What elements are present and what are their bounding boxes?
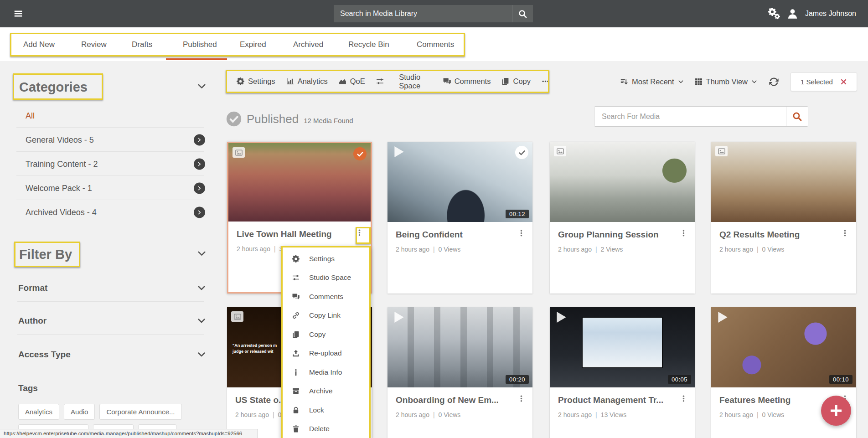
- media-meta: 2 hours ago0 Views: [396, 411, 524, 418]
- media-meta: 2 hours ago2 Views: [558, 246, 687, 253]
- menu-item-copy[interactable]: Copy: [283, 325, 369, 344]
- menu-item-archive[interactable]: Archive: [283, 382, 369, 401]
- tab-comments[interactable]: Comments: [417, 33, 454, 57]
- card-context-menu: Settings Studio Space Comments Copy Link…: [281, 246, 371, 438]
- menu-item-copy-link[interactable]: Copy Link: [283, 306, 369, 325]
- category-expand-icon[interactable]: [194, 134, 205, 145]
- sort-dropdown[interactable]: Most Recent: [620, 77, 684, 86]
- category-general-videos[interactable]: General Videos - 5: [0, 128, 210, 152]
- filter-author[interactable]: Author: [0, 307, 210, 335]
- grid-view-icon: [695, 78, 703, 86]
- categories-title: Categories: [19, 80, 88, 95]
- media-card[interactable]: 00:05 Product Management Tr... 2 hours a…: [550, 307, 695, 438]
- selected-check-icon[interactable]: [353, 147, 367, 160]
- menu-item-lock[interactable]: Lock: [283, 401, 369, 420]
- filter-format[interactable]: Format: [0, 274, 210, 302]
- category-archived-videos[interactable]: Archived Videos - 4: [0, 200, 210, 224]
- thumbnail[interactable]: 00:05: [550, 307, 695, 387]
- thumbnail[interactable]: [228, 143, 371, 222]
- menu-item-re-upload[interactable]: Re-upload: [283, 344, 369, 363]
- tab-review[interactable]: Review: [81, 33, 107, 57]
- link-icon: [292, 312, 300, 319]
- media-title: Being Confident: [396, 230, 513, 240]
- trash-icon: [292, 425, 300, 433]
- media-meta: 2 hours ago0 Views: [719, 246, 848, 253]
- annotation-box-tabs: [10, 33, 465, 57]
- media-title: Features Meeting: [719, 395, 837, 405]
- right-tools: Most Recent Thumb View 1 Selected: [620, 71, 857, 93]
- refresh-icon[interactable]: [768, 76, 780, 88]
- thumbnail[interactable]: [550, 142, 695, 222]
- tab-add-new[interactable]: Add New: [23, 33, 55, 57]
- kebab-menu-icon[interactable]: [354, 227, 365, 240]
- thumbnail[interactable]: [711, 142, 856, 222]
- studio-space-action[interactable]: Studio Space: [376, 73, 432, 90]
- media-title: Product Management Tr...: [558, 395, 676, 405]
- analytics-action[interactable]: Analytics: [286, 77, 328, 86]
- top-bar: James Johnson: [0, 0, 868, 27]
- more-actions-icon[interactable]: [542, 77, 549, 85]
- categories-collapse-icon[interactable]: [197, 82, 207, 93]
- category-expand-icon[interactable]: [194, 206, 205, 218]
- thumbnail[interactable]: 00:10: [711, 307, 856, 387]
- tab-expired[interactable]: Expired: [240, 33, 266, 57]
- filter-collapse-icon[interactable]: [197, 249, 207, 260]
- tag-chip[interactable]: Corporate Announce...: [99, 404, 181, 420]
- archive-icon: [292, 387, 300, 395]
- tab-recycle-bin[interactable]: Recycle Bin: [348, 33, 389, 57]
- media-search-input[interactable]: [594, 107, 786, 126]
- kebab-menu-icon[interactable]: [839, 227, 851, 240]
- global-search-button[interactable]: [512, 5, 533, 22]
- plus-icon: [829, 404, 843, 417]
- category-expand-icon[interactable]: [194, 158, 205, 170]
- qoe-action[interactable]: QoE: [339, 77, 365, 86]
- media-title: Live Town Hall Meeting: [237, 229, 354, 239]
- play-icon: [554, 310, 568, 326]
- tab-archived[interactable]: Archived: [293, 33, 323, 57]
- tag-chip[interactable]: Audio: [64, 404, 95, 420]
- user-name[interactable]: James Johnson: [805, 10, 856, 18]
- media-search-button[interactable]: [786, 107, 808, 126]
- chevron-down-icon: [197, 283, 206, 294]
- tag-chip[interactable]: Analytics: [18, 404, 59, 420]
- thumbnail[interactable]: 00:20: [388, 307, 532, 387]
- presentation-screen: [582, 317, 663, 368]
- copy-action[interactable]: Copy: [501, 77, 531, 86]
- menu-item-comments[interactable]: Comments: [283, 287, 369, 306]
- kebab-menu-icon[interactable]: [516, 393, 527, 406]
- menu-item-media-info[interactable]: Media Info: [283, 363, 369, 382]
- category-welcome-pack[interactable]: Welcome Pack - 1: [0, 176, 210, 200]
- active-tab-underline: [166, 58, 227, 60]
- global-search-input[interactable]: [334, 10, 512, 18]
- media-search: [594, 106, 808, 127]
- settings-action[interactable]: Settings: [237, 77, 275, 86]
- media-card[interactable]: 00:20 Onboarding of New Em... 2 hours ag…: [388, 307, 532, 438]
- category-expand-icon[interactable]: [194, 182, 205, 194]
- thumbnail[interactable]: 00:12: [388, 142, 532, 222]
- tab-drafts[interactable]: Drafts: [132, 33, 152, 57]
- category-all[interactable]: All: [0, 103, 210, 128]
- add-media-fab[interactable]: [821, 396, 851, 426]
- view-dropdown[interactable]: Thumb View: [695, 77, 757, 86]
- hover-check-icon[interactable]: [515, 146, 528, 159]
- menu-item-delete[interactable]: Delete: [283, 420, 369, 438]
- menu-item-studio-space[interactable]: Studio Space: [283, 268, 369, 288]
- comments-action[interactable]: Comments: [443, 77, 491, 86]
- category-training-content[interactable]: Training Content - 2: [0, 152, 210, 176]
- settings-gears-icon[interactable]: [768, 8, 780, 20]
- image-type-icon: [554, 146, 566, 156]
- filter-access-type[interactable]: Access Type: [0, 341, 210, 368]
- media-card[interactable]: 00:12 Being Confident 2 hours ago0 Views: [388, 142, 532, 294]
- hamburger-menu-icon[interactable]: [13, 9, 24, 19]
- kebab-menu-icon[interactable]: [678, 393, 689, 406]
- media-card[interactable]: Q2 Results Meeting 2 hours ago0 Views: [711, 142, 856, 294]
- image-type-icon: [232, 147, 245, 158]
- tab-published[interactable]: Published: [183, 33, 217, 57]
- media-card[interactable]: Group Planning Session 2 hours ago2 View…: [550, 142, 695, 294]
- kebab-menu-icon[interactable]: [678, 227, 689, 240]
- kebab-menu-icon[interactable]: [516, 227, 527, 240]
- play-icon: [715, 310, 729, 326]
- clear-selection-icon[interactable]: [840, 78, 847, 85]
- user-avatar-icon[interactable]: [787, 8, 798, 20]
- menu-item-settings[interactable]: Settings: [283, 249, 369, 268]
